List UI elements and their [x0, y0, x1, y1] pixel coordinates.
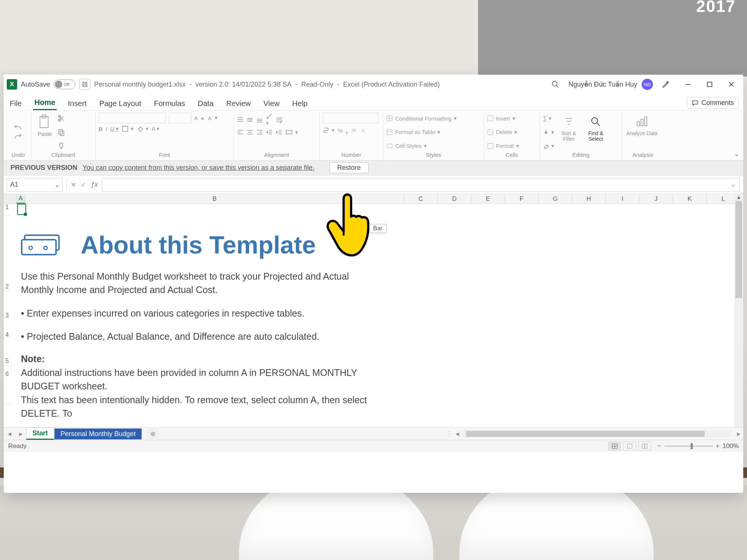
- sheet-nav-next[interactable]: ▸: [15, 430, 26, 438]
- decrease-font-button[interactable]: A▼: [208, 115, 218, 121]
- find-select-button[interactable]: Find & Select: [583, 113, 608, 152]
- hscroll-thumb[interactable]: [466, 431, 705, 437]
- cancel-formula-button[interactable]: ✕: [71, 181, 76, 189]
- zoom-slider-knob[interactable]: [691, 443, 693, 449]
- row-header-2[interactable]: 2: [4, 216, 11, 291]
- row-header-3[interactable]: 3: [4, 291, 11, 318]
- tab-insert[interactable]: Insert: [66, 97, 88, 110]
- col-header-F[interactable]: F: [505, 194, 539, 203]
- vertical-scrollbar[interactable]: ▲: [734, 194, 743, 427]
- orientation-button[interactable]: ▾: [266, 113, 273, 127]
- sheet-tab-start[interactable]: Start: [26, 427, 54, 440]
- align-middle-button[interactable]: [247, 116, 253, 123]
- col-header-A[interactable]: A: [16, 194, 25, 203]
- row-header-5[interactable]: 5: [4, 337, 11, 363]
- percent-button[interactable]: %: [338, 127, 342, 134]
- sheet-area[interactable]: About this Template Use this Personal Mo…: [17, 204, 733, 427]
- tab-view[interactable]: View: [262, 97, 281, 110]
- col-header-G[interactable]: G: [539, 194, 572, 203]
- zoom-out-button[interactable]: −: [658, 442, 661, 450]
- align-center-button[interactable]: [247, 129, 253, 136]
- hscroll-split-handle[interactable]: ⋮: [446, 430, 453, 438]
- maximize-button[interactable]: [706, 81, 713, 88]
- tab-file[interactable]: File: [8, 97, 23, 110]
- minimize-button[interactable]: [684, 81, 692, 88]
- italic-button[interactable]: I: [106, 126, 107, 132]
- bold-button[interactable]: B: [99, 126, 103, 132]
- conditional-formatting-button[interactable]: Conditional Formatting ▾: [386, 115, 481, 122]
- tab-help[interactable]: Help: [291, 97, 309, 110]
- decrease-indent-button[interactable]: [266, 129, 273, 136]
- select-all-button[interactable]: [4, 194, 16, 203]
- insert-function-button[interactable]: ƒx: [91, 181, 98, 189]
- coming-soon-button[interactable]: [662, 80, 670, 88]
- redo-button[interactable]: [13, 133, 23, 140]
- col-header-C[interactable]: C: [404, 194, 438, 203]
- ribbon-collapse-button[interactable]: ⌄: [734, 150, 740, 158]
- underline-button[interactable]: U ▾: [110, 125, 119, 132]
- align-top-button[interactable]: [237, 116, 244, 123]
- view-page-layout-button[interactable]: [623, 442, 636, 451]
- decrease-decimal-button[interactable]: .0: [361, 127, 369, 133]
- format-cells-button[interactable]: Format ▾: [487, 143, 537, 149]
- zoom-level[interactable]: 100%: [723, 442, 739, 450]
- sheet-tab-personal-monthly-budget[interactable]: Personal Monthly Budget: [54, 428, 142, 439]
- cell-styles-button[interactable]: Cell Styles ▾: [386, 143, 481, 149]
- hscroll-left-button[interactable]: ◂: [453, 430, 462, 438]
- col-header-E[interactable]: E: [471, 194, 505, 203]
- previous-version-message[interactable]: You can copy content from this version, …: [83, 164, 314, 172]
- cut-button[interactable]: [58, 115, 65, 122]
- font-size-dropdown[interactable]: [169, 113, 191, 123]
- horizontal-scrollbar[interactable]: [462, 430, 731, 438]
- accounting-button[interactable]: ▾: [323, 127, 335, 134]
- row-header-1[interactable]: 1: [4, 204, 11, 216]
- search-button[interactable]: [551, 80, 560, 88]
- col-header-J[interactable]: J: [639, 194, 673, 203]
- new-sheet-button[interactable]: ⊕: [147, 429, 158, 438]
- format-as-table-button[interactable]: Format as Table ▾: [386, 129, 481, 136]
- account-button[interactable]: Nguyễn Đức Tuấn Huy NĐ: [568, 79, 653, 90]
- align-right-button[interactable]: [256, 129, 263, 136]
- paste-button[interactable]: Paste: [34, 113, 55, 152]
- align-bottom-button[interactable]: [256, 116, 263, 123]
- increase-decimal-button[interactable]: .00: [351, 127, 358, 133]
- autosave-switch[interactable]: Off: [54, 80, 75, 89]
- merge-center-button[interactable]: ▾: [285, 129, 298, 136]
- tab-review[interactable]: Review: [225, 97, 252, 110]
- formula-bar-expand-button[interactable]: ⌄: [731, 181, 735, 188]
- row-header-6[interactable]: 6: [4, 363, 11, 404]
- increase-indent-button[interactable]: [276, 129, 282, 136]
- scroll-thumb[interactable]: [735, 201, 742, 298]
- view-normal-button[interactable]: [608, 442, 621, 451]
- align-left-button[interactable]: [237, 129, 244, 136]
- borders-button[interactable]: ▾: [122, 125, 134, 132]
- fill-color-button[interactable]: ▾: [137, 125, 149, 132]
- wrap-text-button[interactable]: [276, 116, 283, 123]
- sort-filter-button[interactable]: Sort & Filter: [557, 113, 581, 152]
- comma-button[interactable]: ,: [345, 125, 348, 135]
- formula-bar[interactable]: ⌄: [102, 178, 740, 192]
- clear-button[interactable]: ▾: [543, 143, 554, 149]
- restore-button[interactable]: Restore: [329, 162, 369, 173]
- comments-button[interactable]: Comments: [687, 97, 739, 109]
- format-painter-button[interactable]: [58, 142, 65, 150]
- font-family-dropdown[interactable]: [99, 113, 166, 123]
- col-header-B[interactable]: B: [25, 194, 404, 203]
- tab-formulas[interactable]: Formulas: [152, 97, 186, 110]
- tab-page-layout[interactable]: Page Layout: [98, 97, 143, 110]
- name-box[interactable]: A1 ⌄: [7, 178, 63, 192]
- col-header-D[interactable]: D: [438, 194, 471, 203]
- quick-save-button[interactable]: [79, 79, 90, 90]
- undo-button[interactable]: [13, 124, 23, 131]
- number-format-dropdown[interactable]: [323, 113, 379, 123]
- autosave-toggle[interactable]: AutoSave Off: [21, 80, 75, 89]
- enter-formula-button[interactable]: ✓: [81, 181, 86, 189]
- delete-cells-button[interactable]: Delete ▾: [487, 129, 537, 136]
- tab-data[interactable]: Data: [196, 97, 215, 110]
- fill-button[interactable]: ▾: [543, 129, 554, 136]
- col-header-H[interactable]: H: [572, 194, 606, 203]
- col-header-K[interactable]: K: [673, 194, 707, 203]
- row-header-4[interactable]: 4: [4, 318, 11, 337]
- col-header-I[interactable]: I: [606, 194, 639, 203]
- analyze-data-button[interactable]: Analyze Data: [625, 113, 659, 152]
